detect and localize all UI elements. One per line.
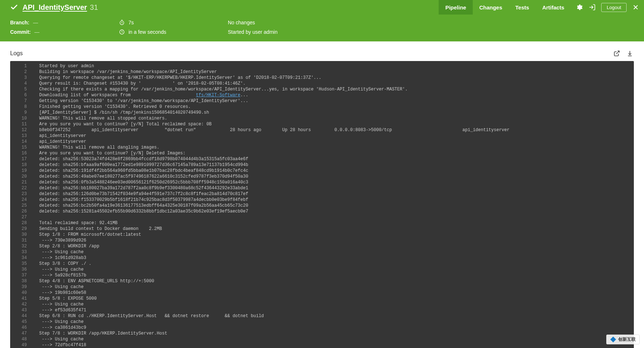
log-line-content: Getting version 'C153430' to '/var/jenki…: [32, 98, 634, 104]
log-line: 12b8eb0f347252 api_identityserver "dotne…: [10, 127, 634, 133]
login-arrow-icon[interactable]: [588, 3, 596, 11]
log-line: 1Started by user admin: [10, 63, 634, 69]
log-line-content: api_identityserver: [32, 139, 634, 145]
log-line: 7Getting version 'C153430' to '/var/jenk…: [10, 98, 634, 104]
log-line: 31 ---> 730e3899d926: [10, 238, 634, 243]
log-line-content: ---> 19b981c60e58: [32, 290, 634, 296]
log-line-number: 26: [10, 209, 32, 214]
log-line: 40 ---> 19b981c60e58: [10, 290, 634, 296]
log-line-number: 19: [10, 168, 32, 174]
log-line-number: 1: [10, 63, 32, 69]
log-line-number: 41: [10, 296, 32, 302]
log-line-content: Downloading list of workspaces from tfs/…: [32, 92, 634, 98]
download-icon[interactable]: [626, 49, 634, 57]
topbar-actions: Logout: [575, 3, 640, 12]
meta-branch-value: —: [33, 20, 38, 25]
meta-changes-value: No changes: [228, 20, 255, 25]
log-line-content: ---> Using cache: [32, 267, 634, 272]
log-line-number: 11: [10, 121, 32, 127]
logs-header: Logs: [10, 49, 634, 57]
log-line: 39 ---> Using cache: [10, 284, 634, 290]
log-line-number: 14: [10, 139, 32, 145]
log-line-number: 4: [10, 81, 32, 86]
log-line: 25deleted: sha256:bc2b50fa4a19e361361775…: [10, 203, 634, 209]
tabs: Pipeline Changes Tests Artifacts: [439, 0, 571, 15]
log-line: 35Step 3/8 : COPY ./ .: [10, 261, 634, 267]
log-line: 29Sending build context to Docker daemon…: [10, 226, 634, 232]
log-line-content: Step 1/8 : FROM microsoft/dotnet:latest: [32, 232, 634, 238]
log-line: 5Checking if there exists a mapping for …: [10, 86, 634, 92]
log-line: 4Query result is: Changeset #153430 by '…: [10, 81, 634, 86]
gear-icon[interactable]: [575, 3, 583, 11]
log-line: 45 ---> Using cache: [10, 319, 634, 325]
log-line-content: ---> Using cache: [32, 319, 634, 325]
log-line-number: 23: [10, 191, 32, 197]
log-line-content: b8eb0f347252 api_identityserver "dotnet …: [32, 127, 634, 133]
stopwatch-icon: [119, 20, 125, 25]
log-line-content: Step 4/8 : ENV ASPNETCORE_URLS http://+:…: [32, 278, 634, 284]
log-line-content: deleted: sha256:191df4f2bb564a960fd5bba0…: [32, 168, 634, 174]
meta-commit-label: Commit:: [10, 29, 31, 35]
log-line-number: 36: [10, 267, 32, 272]
tab-tests[interactable]: Tests: [509, 0, 536, 15]
log-line: 41Step 5/8 : EXPOSE 5000: [10, 296, 634, 302]
log-line: 28Total reclaimed space: 92.41MB: [10, 220, 634, 226]
log-line: 32Step 2/8 : WORKDIR /app: [10, 243, 634, 249]
log-line: 37 ---> 5a928cf8157b: [10, 272, 634, 278]
log-line: 21deleted: sha256:0fb3a5488246ee03ed0065…: [10, 179, 634, 185]
log-line-content: deleted: sha256:bc2b50fa4a19e36136177513…: [32, 203, 634, 209]
log-line: 3Querying for remote changeset at '$/HKI…: [10, 75, 634, 81]
title-wrap: API_IdentityServer 31: [22, 3, 439, 12]
log-line-number: 31: [10, 238, 32, 243]
logout-button[interactable]: Logout: [601, 3, 627, 12]
log-line-content: WARNING! This will remove all dangling i…: [32, 145, 634, 150]
log-line-number: 38: [10, 278, 32, 284]
log-line-number: 49: [10, 342, 32, 348]
status-check-icon: [10, 3, 18, 11]
log-line-number: 9: [10, 110, 32, 116]
log-line: 11Are you sure you want to continue? [y/…: [10, 121, 634, 127]
log-line-content: Total reclaimed space: 92.41MB: [32, 220, 634, 226]
log-line: 6Downloading list of workspaces from tfs…: [10, 92, 634, 98]
log-box[interactable]: 1Started by user admin2Building in works…: [10, 61, 634, 348]
log-line-content: api_identityserver: [32, 133, 634, 139]
log-line-content: Checking if there exists a mapping for /…: [32, 86, 634, 92]
log-line-content: ---> Using cache: [32, 336, 634, 342]
meta-commit: Commit: —: [10, 29, 119, 35]
log-line-number: 16: [10, 150, 32, 156]
log-line: 34 ---> 1c961d928ab3: [10, 255, 634, 261]
log-line: 47Step 7/8 : WORKDIR /app/HKERP.Identity…: [10, 331, 634, 336]
log-line-number: 33: [10, 249, 32, 255]
tab-artifacts[interactable]: Artifacts: [536, 0, 571, 15]
log-line: 8Finished getting version 'C153430'. Ret…: [10, 104, 634, 110]
close-icon[interactable]: [632, 3, 640, 11]
log-line-number: 2: [10, 69, 32, 75]
tab-changes[interactable]: Changes: [473, 0, 509, 15]
log-line: 27: [10, 214, 634, 220]
log-line-content: Are you sure you want to continue? [y/N]…: [32, 150, 634, 156]
log-line: 14api_identityserver: [10, 139, 634, 145]
log-line-number: 6: [10, 92, 32, 98]
log-line-number: 13: [10, 133, 32, 139]
log-line: 30Step 1/8 : FROM microsoft/dotnet:lates…: [10, 232, 634, 238]
log-line-content: deleted: sha256:bb180027ba39a172d787f2aa…: [32, 185, 634, 191]
log-line: 36 ---> Using cache: [10, 267, 634, 272]
log-line: 43 ---> ef53d635f471: [10, 307, 634, 313]
tfs-link[interactable]: tfs/HKIT-Software: [196, 93, 240, 98]
log-line-content: deleted: sha256:49abe07ee180277ac5f97496…: [32, 174, 634, 179]
log-line-content: Step 7/8 : WORKDIR /app/HKERP.IdentitySe…: [32, 331, 634, 336]
tab-pipeline[interactable]: Pipeline: [439, 0, 473, 15]
log-line: 2Building in workspace /var/jenkins_home…: [10, 69, 634, 75]
log-line-content: ---> ca3861d43bc9: [32, 325, 634, 331]
run-number: 31: [90, 3, 98, 12]
pipeline-title-link[interactable]: API_IdentityServer: [22, 3, 87, 12]
log-line: 33 ---> Using cache: [10, 249, 634, 255]
open-new-window-icon[interactable]: [613, 49, 621, 57]
log-line-number: 25: [10, 203, 32, 209]
log-line: 23deleted: sha256:126d0be73b71542f034e9f…: [10, 191, 634, 197]
logs-title: Logs: [10, 50, 23, 57]
log-line-number: 46: [10, 325, 32, 331]
log-line: 19deleted: sha256:191df4f2bb564a960fd5bb…: [10, 168, 634, 174]
log-line-number: 39: [10, 284, 32, 290]
log-line: 22deleted: sha256:bb180027ba39a172d787f2…: [10, 185, 634, 191]
